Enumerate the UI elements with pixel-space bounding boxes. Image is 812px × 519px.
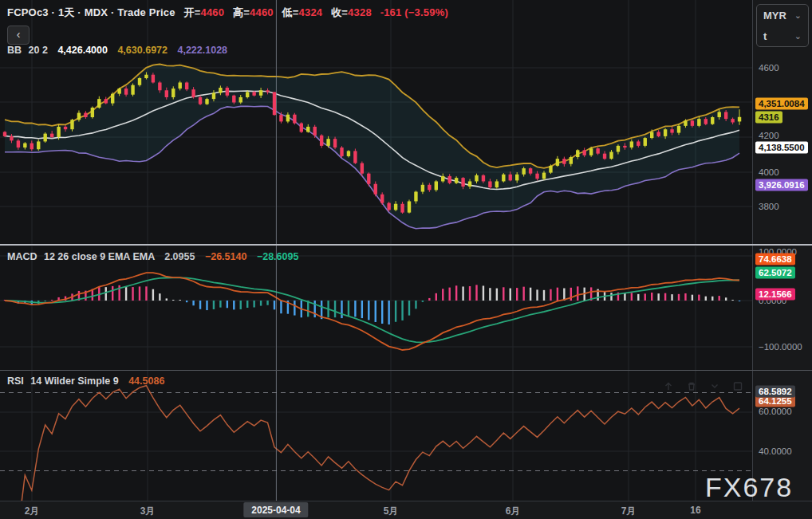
- change-value: -161 (−3.59%): [380, 6, 448, 18]
- back-icon: ‹: [17, 28, 21, 41]
- time-axis-label: 7月: [621, 505, 637, 518]
- bb-lower-value: 4,222.1028: [177, 45, 227, 56]
- pane-separator-price-macd[interactable]: [0, 244, 812, 246]
- axis-value-badge: 74.6638: [755, 254, 795, 265]
- unit-value: t: [763, 30, 767, 42]
- price-scale[interactable]: MYR ⌄ t ⌄ 46004200400038004,351.00844316…: [752, 0, 812, 501]
- high-label: 高=: [233, 6, 250, 18]
- macd-hist-value: 2.0955: [164, 251, 195, 262]
- close-label: 收=: [331, 6, 348, 18]
- macd-params: 12 26 close 9 EMA EMA: [44, 251, 155, 262]
- time-axis-label: 2月: [25, 505, 40, 518]
- time-axis-label: 5月: [384, 505, 399, 518]
- collapse-pane-icon[interactable]: [707, 379, 723, 393]
- time-axis-label: 6月: [506, 505, 521, 518]
- chevron-down-icon: ⌄: [794, 10, 802, 21]
- back-button[interactable]: ‹: [7, 26, 30, 45]
- time-scale[interactable]: 2月3月5月6月7月162025-04-04: [0, 501, 812, 519]
- bb-legend[interactable]: BB 20 2 4,426.4000 4,630.6972 4,222.1028: [7, 45, 227, 56]
- bb-name: BB: [7, 45, 22, 56]
- currency-value: MYR: [763, 10, 786, 22]
- chevron-down-icon: ⌄: [794, 31, 802, 41]
- axis-tick-label: 4000: [759, 167, 779, 177]
- price-pane[interactable]: [0, 0, 752, 245]
- rsi-value: 44.5086: [128, 375, 164, 387]
- axis-value-badge: 12.1566: [755, 289, 795, 301]
- rsi-params: 14 Wilder Simple 9: [30, 375, 118, 387]
- high-value: 4460: [250, 6, 274, 18]
- rsi-pane[interactable]: [0, 371, 752, 501]
- bb-upper-value: 4,630.6972: [117, 45, 168, 56]
- close-value: 4328: [348, 6, 372, 18]
- macd-signal-value: −28.6095: [257, 251, 298, 262]
- chart-window: FCPOc3 · 1天 · MDX · Trade Price 开=4460 高…: [0, 0, 812, 519]
- time-axis-label: 16: [690, 505, 700, 516]
- watermark-text: FX678: [705, 472, 793, 502]
- axis-value-badge: 3,926.0916: [755, 179, 808, 191]
- axis-tick-label: −100.0000: [759, 342, 802, 352]
- pane-separator-macd-rsi[interactable]: [0, 370, 812, 371]
- bb-params: 20 2: [29, 45, 48, 56]
- crosshair-date-label: 2025-04-04: [243, 502, 308, 517]
- axis-tick-label: 40.0000: [759, 446, 792, 456]
- unit-selector-box: MYR ⌄ t ⌄: [756, 4, 809, 47]
- rsi-legend[interactable]: RSI 14 Wilder Simple 9 44.5086: [7, 375, 164, 387]
- axis-value-badge: 68.5892: [755, 386, 795, 398]
- axis-value-badge: 4,138.5500: [755, 142, 808, 154]
- pane-controls: [660, 379, 746, 393]
- crosshair-vertical-line: [276, 0, 277, 501]
- open-value: 4460: [200, 6, 224, 18]
- axis-value-badge: 62.5072: [755, 267, 795, 279]
- currency-dropdown[interactable]: MYR ⌄: [757, 5, 808, 26]
- delete-pane-icon[interactable]: [684, 379, 700, 393]
- macd-pane[interactable]: [0, 246, 752, 370]
- axis-tick-label: 60.0000: [759, 407, 792, 416]
- symbol-title: FCPOc3 · 1天 · MDX · Trade Price: [7, 6, 175, 18]
- open-label: 开=: [183, 6, 200, 18]
- symbol-header[interactable]: FCPOc3 · 1天 · MDX · Trade Price 开=4460 高…: [7, 6, 448, 20]
- axis-value-badge: 4316: [755, 112, 782, 124]
- watermark: FX678: [705, 472, 793, 503]
- bb-basis-value: 4,426.4000: [57, 45, 108, 56]
- axis-tick-label: 3800: [759, 202, 779, 211]
- macd-line-value: −26.5140: [205, 251, 246, 262]
- unit-dropdown[interactable]: t ⌄: [757, 26, 808, 46]
- maximize-pane-icon[interactable]: [730, 379, 746, 393]
- macd-legend[interactable]: MACD 12 26 close 9 EMA EMA 2.0955 −26.51…: [7, 251, 298, 262]
- rsi-name: RSI: [7, 375, 24, 387]
- axis-tick-label: 4600: [759, 63, 779, 73]
- low-label: 低=: [282, 6, 299, 18]
- macd-name: MACD: [7, 251, 37, 262]
- axis-value-badge: 4,351.0084: [755, 98, 808, 110]
- time-axis-label: 3月: [140, 505, 156, 518]
- low-value: 4324: [299, 6, 323, 18]
- move-pane-up-icon[interactable]: [660, 379, 676, 393]
- axis-tick-label: 4200: [759, 131, 779, 140]
